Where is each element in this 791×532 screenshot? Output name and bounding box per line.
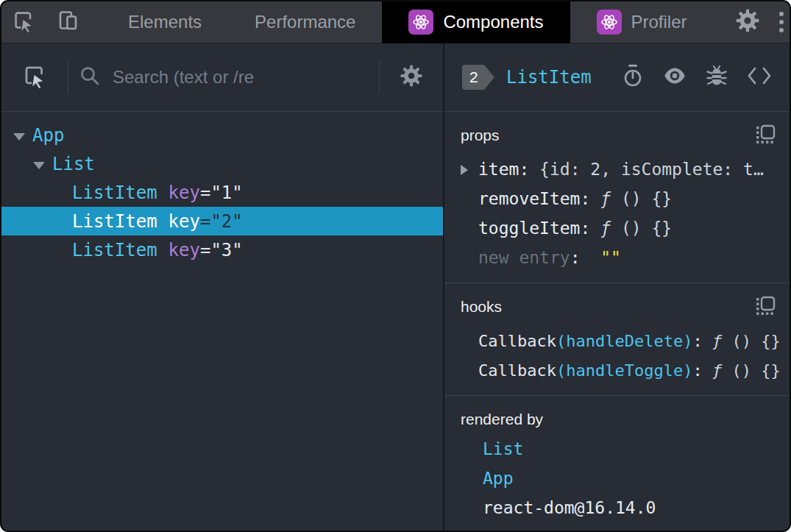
owner-link[interactable]: List (483, 439, 523, 458)
key-attr-value: ="3" (200, 240, 243, 260)
search-input[interactable] (111, 66, 339, 88)
hook-type: Callback (478, 332, 556, 350)
owner-link[interactable]: App (483, 469, 514, 488)
devtools-more-menu-button[interactable] (770, 1, 791, 43)
tree-row-app[interactable]: App (1, 121, 443, 149)
eye-icon (663, 66, 687, 88)
tab-elements[interactable]: Elements (102, 1, 228, 43)
hook-row-handletoggle[interactable]: Callback(handleToggle): ƒ () {} (461, 355, 776, 385)
prop-row-toggleitem[interactable]: toggleItem: ƒ () {} (461, 213, 776, 243)
function-body: () {} (611, 219, 672, 238)
tab-components[interactable]: Components (382, 1, 570, 43)
device-toolbar-button[interactable] (46, 1, 90, 43)
function-symbol: ƒ (703, 361, 723, 380)
prop-row-removeitem[interactable]: removeItem: ƒ () {} (461, 184, 776, 213)
rendered-by-row-reactdom: react-dom@16.14.0 (461, 493, 776, 522)
rendered-by-title: rendered by (461, 408, 543, 428)
separator: : (519, 160, 529, 179)
react-atom-icon (408, 10, 433, 35)
copy-props-button[interactable] (754, 124, 776, 149)
bug-icon (706, 64, 728, 91)
inspected-element-pane: 2 ListItem (444, 43, 790, 531)
function-body: () {} (722, 332, 780, 350)
tree-row-list[interactable]: List (1, 149, 443, 178)
tab-label: Performance (255, 12, 355, 32)
chevron-down-icon[interactable] (33, 162, 45, 169)
tree-row-listitem-2-selected[interactable]: ListItem key ="2" (1, 207, 443, 235)
rendered-by-section: rendered by List App react-dom@16.14.0 (444, 396, 790, 532)
tree-row-listitem-3[interactable]: ListItem key ="3" (1, 235, 443, 264)
new-entry-value-input[interactable]: "" (600, 248, 621, 267)
tree-settings-button[interactable] (390, 57, 433, 99)
hook-type: Callback (478, 361, 556, 380)
separator: : (570, 248, 581, 267)
rendered-by-row-app[interactable]: App (461, 464, 776, 493)
inspect-element-button[interactable] (1, 1, 46, 43)
component-name: ListItem (72, 240, 157, 260)
separator: : (692, 361, 702, 380)
component-tree-pane: App List ListItem key ="1" Lis (1, 43, 444, 531)
tree-toolbar (1, 43, 443, 112)
toolbar-divider (68, 61, 68, 93)
copy-inspect-icon (754, 124, 776, 149)
code-brackets-icon (747, 65, 772, 89)
hook-row-handledelete[interactable]: Callback(handleDelete): ƒ () {} (461, 326, 776, 355)
device-toolbar-icon (55, 8, 80, 36)
copy-hooks-button[interactable] (754, 295, 776, 320)
prop-value: {id: 2, isComplete: t… (539, 160, 764, 179)
function-symbol: ƒ (600, 219, 611, 238)
key-attr-name: key (169, 211, 200, 232)
selected-component-title: ListItem (506, 67, 592, 88)
tab-performance[interactable]: Performance (228, 1, 382, 43)
tab-label: Profiler (631, 12, 687, 32)
copy-inspect-icon (754, 295, 776, 320)
tree-row-listitem-1[interactable]: ListItem key ="1" (1, 178, 443, 207)
hooks-section: hooks (444, 283, 790, 396)
inspect-element-icon (21, 63, 48, 92)
hooks-section-title: hooks (461, 295, 502, 316)
renderer-version: react-dom@16.14.0 (483, 498, 656, 517)
prop-key: toggleItem (478, 219, 580, 238)
function-body: () {} (722, 361, 780, 380)
rendered-by-row-list[interactable]: List (461, 434, 776, 464)
separator: : (580, 219, 590, 238)
debug-log-button[interactable] (706, 64, 728, 91)
hook-name: (handleToggle) (556, 361, 692, 380)
prop-row-new-entry[interactable]: new entry: "" (461, 243, 776, 272)
chevron-right-icon[interactable] (461, 165, 468, 175)
function-symbol: ƒ (703, 332, 723, 350)
devtools-tabbar: Elements Performance Components (1, 1, 790, 43)
tab-label: Components (443, 12, 543, 32)
search-area (79, 65, 369, 90)
inspected-element-header: 2 ListItem (444, 43, 790, 112)
chevron-down-icon[interactable] (13, 133, 25, 141)
separator: : (692, 332, 702, 350)
props-section: props (444, 112, 790, 283)
devtools-settings-button[interactable] (726, 1, 770, 43)
stopwatch-icon (622, 63, 644, 91)
component-name: ListItem (72, 182, 157, 203)
new-entry-key-input[interactable]: new entry (478, 248, 570, 267)
prop-key: removeItem (478, 189, 580, 208)
tab-profiler[interactable]: Profiler (570, 1, 714, 43)
prop-key: item (478, 160, 519, 179)
toolbar-divider (379, 61, 380, 93)
inspect-element-icon (11, 8, 36, 36)
inspect-dom-button[interactable] (663, 66, 687, 88)
view-source-button[interactable] (747, 65, 772, 89)
prop-row-item[interactable]: item: {id: 2, isComplete: t… (461, 155, 776, 184)
props-section-title: props (461, 124, 500, 144)
key-attr-name: key (169, 240, 200, 260)
function-symbol: ƒ (600, 189, 611, 208)
component-name: App (32, 125, 64, 146)
key-attr-value: ="1" (200, 182, 243, 203)
key-attr-value: ="2" (200, 211, 243, 232)
gear-icon (400, 64, 423, 91)
devtools-window: Elements Performance Components (0, 0, 791, 532)
pick-component-button[interactable] (12, 57, 57, 99)
search-icon (79, 65, 101, 90)
key-badge: 2 (462, 65, 494, 90)
react-atom-icon (597, 10, 622, 35)
suspend-toggle-button[interactable] (622, 63, 644, 91)
key-attr-name: key (169, 182, 200, 203)
